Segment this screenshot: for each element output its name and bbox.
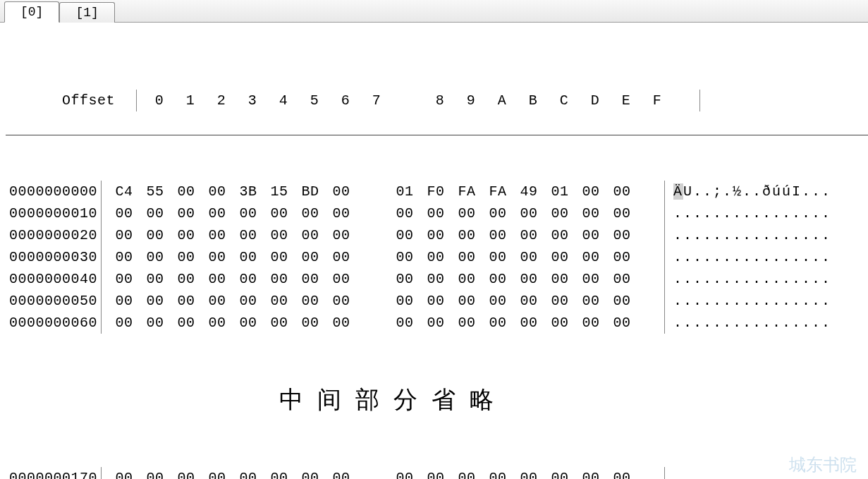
hex-byte[interactable]: 00 bbox=[295, 312, 326, 334]
hex-byte[interactable]: 00 bbox=[171, 181, 202, 202]
hex-byte[interactable]: 00 bbox=[109, 202, 140, 224]
hex-bytes[interactable]: 00000000000000000000000000000000 bbox=[101, 246, 665, 268]
hex-byte[interactable]: 00 bbox=[451, 202, 482, 224]
hex-byte[interactable]: 00 bbox=[389, 202, 420, 224]
hex-byte[interactable]: 00 bbox=[109, 467, 140, 479]
hex-byte[interactable]: 00 bbox=[420, 467, 451, 479]
hex-row[interactable]: 0000000060000000000000000000000000000000… bbox=[6, 312, 868, 334]
hex-byte[interactable]: 00 bbox=[171, 246, 202, 268]
hex-byte[interactable]: C4 bbox=[109, 181, 140, 202]
ascii-value[interactable]: ................ bbox=[665, 246, 831, 268]
hex-byte[interactable]: 00 bbox=[420, 290, 451, 312]
hex-byte[interactable]: 00 bbox=[264, 224, 295, 246]
hex-row[interactable]: 0000000040000000000000000000000000000000… bbox=[6, 268, 868, 290]
hex-byte[interactable]: 00 bbox=[326, 467, 357, 479]
hex-bytes[interactable]: 00000000000000000000000000000000 bbox=[101, 268, 665, 290]
hex-byte[interactable]: 00 bbox=[202, 181, 233, 202]
hex-byte[interactable]: 00 bbox=[233, 467, 264, 479]
hex-byte[interactable]: 00 bbox=[295, 202, 326, 224]
hex-byte[interactable]: 00 bbox=[575, 312, 606, 334]
hex-byte[interactable]: 00 bbox=[389, 268, 420, 290]
hex-byte[interactable]: 00 bbox=[140, 312, 171, 334]
hex-byte[interactable]: 00 bbox=[451, 290, 482, 312]
hex-byte[interactable]: 00 bbox=[264, 290, 295, 312]
hex-row[interactable]: 0000000000C45500003B15BD0001F0FAFA490100… bbox=[6, 181, 868, 202]
hex-byte[interactable]: 00 bbox=[140, 202, 171, 224]
hex-byte[interactable]: 00 bbox=[482, 290, 513, 312]
hex-byte[interactable]: 00 bbox=[420, 224, 451, 246]
hex-byte[interactable]: 00 bbox=[606, 202, 637, 224]
hex-byte[interactable]: 00 bbox=[606, 181, 637, 202]
hex-row[interactable]: 0000000050000000000000000000000000000000… bbox=[6, 290, 868, 312]
ascii-value[interactable]: ................ bbox=[665, 224, 831, 246]
hex-byte[interactable]: 00 bbox=[513, 268, 544, 290]
hex-byte[interactable]: 00 bbox=[202, 268, 233, 290]
hex-byte[interactable]: 00 bbox=[233, 202, 264, 224]
hex-byte[interactable]: 00 bbox=[109, 224, 140, 246]
tab-1[interactable]: [1] bbox=[59, 2, 114, 23]
hex-byte[interactable]: 00 bbox=[451, 467, 482, 479]
hex-byte[interactable]: 00 bbox=[513, 224, 544, 246]
hex-byte[interactable]: 00 bbox=[482, 312, 513, 334]
hex-byte[interactable]: 00 bbox=[202, 290, 233, 312]
hex-byte[interactable]: 00 bbox=[482, 268, 513, 290]
hex-byte[interactable]: 00 bbox=[202, 202, 233, 224]
hex-byte[interactable]: 00 bbox=[482, 467, 513, 479]
hex-byte[interactable]: 00 bbox=[171, 268, 202, 290]
hex-byte[interactable]: 00 bbox=[575, 224, 606, 246]
hex-byte[interactable]: 00 bbox=[233, 290, 264, 312]
hex-byte[interactable]: 00 bbox=[389, 467, 420, 479]
hex-byte[interactable]: 00 bbox=[544, 268, 575, 290]
hex-byte[interactable]: 01 bbox=[389, 181, 420, 202]
hex-byte[interactable]: 00 bbox=[264, 312, 295, 334]
hex-byte[interactable]: 00 bbox=[513, 202, 544, 224]
hex-byte[interactable]: 00 bbox=[295, 290, 326, 312]
ascii-value[interactable]: ................ bbox=[665, 268, 831, 290]
hex-byte[interactable]: 00 bbox=[513, 467, 544, 479]
hex-byte[interactable]: 00 bbox=[326, 246, 357, 268]
hex-byte[interactable]: 00 bbox=[295, 467, 326, 479]
hex-byte[interactable]: 00 bbox=[544, 290, 575, 312]
hex-byte[interactable]: 00 bbox=[202, 246, 233, 268]
hex-byte[interactable]: 55 bbox=[140, 181, 171, 202]
tab-0[interactable]: [0] bbox=[4, 1, 59, 23]
hex-byte[interactable]: 00 bbox=[482, 224, 513, 246]
hex-byte[interactable]: 00 bbox=[140, 224, 171, 246]
hex-byte[interactable]: 00 bbox=[389, 290, 420, 312]
hex-byte[interactable]: 00 bbox=[451, 312, 482, 334]
hex-byte[interactable]: 00 bbox=[202, 467, 233, 479]
hex-byte[interactable]: 00 bbox=[140, 290, 171, 312]
hex-byte[interactable]: 00 bbox=[326, 181, 357, 202]
hex-bytes[interactable]: C45500003B15BD0001F0FAFA49010000 bbox=[101, 181, 665, 202]
ascii-value[interactable]: ÄU..;.½..ðúúI... bbox=[665, 181, 831, 202]
hex-bytes[interactable]: 00000000000000000000000000000000 bbox=[101, 224, 665, 246]
hex-viewer[interactable]: Offset0123456789ABCDEF 0000000000C455000… bbox=[0, 23, 868, 479]
hex-bytes[interactable]: 00000000000000000000000000000000 bbox=[101, 467, 665, 479]
hex-byte[interactable]: 00 bbox=[606, 268, 637, 290]
hex-byte[interactable]: 00 bbox=[109, 246, 140, 268]
hex-byte[interactable]: 00 bbox=[420, 312, 451, 334]
hex-byte[interactable]: 00 bbox=[171, 224, 202, 246]
hex-byte[interactable]: 00 bbox=[326, 268, 357, 290]
hex-byte[interactable]: 00 bbox=[389, 246, 420, 268]
hex-byte[interactable]: 00 bbox=[295, 268, 326, 290]
hex-byte[interactable]: 00 bbox=[606, 290, 637, 312]
hex-byte[interactable]: 00 bbox=[140, 467, 171, 479]
hex-byte[interactable]: 00 bbox=[606, 246, 637, 268]
hex-byte[interactable]: 00 bbox=[513, 246, 544, 268]
hex-byte[interactable]: 01 bbox=[544, 181, 575, 202]
hex-byte[interactable]: 00 bbox=[451, 246, 482, 268]
hex-row[interactable]: 0000000010000000000000000000000000000000… bbox=[6, 202, 868, 224]
hex-bytes[interactable]: 00000000000000000000000000000000 bbox=[101, 290, 665, 312]
hex-row[interactable]: 0000000170000000000000000000000000000000… bbox=[6, 467, 868, 479]
hex-byte[interactable]: 00 bbox=[420, 268, 451, 290]
hex-byte[interactable]: 00 bbox=[264, 268, 295, 290]
hex-byte[interactable]: FA bbox=[482, 181, 513, 202]
hex-byte[interactable]: 00 bbox=[326, 290, 357, 312]
hex-byte[interactable]: 00 bbox=[606, 467, 637, 479]
ascii-value[interactable]: ................ bbox=[665, 467, 831, 479]
hex-byte[interactable]: 00 bbox=[171, 312, 202, 334]
hex-byte[interactable]: 00 bbox=[202, 224, 233, 246]
hex-byte[interactable]: 00 bbox=[140, 246, 171, 268]
hex-byte[interactable]: 00 bbox=[109, 268, 140, 290]
